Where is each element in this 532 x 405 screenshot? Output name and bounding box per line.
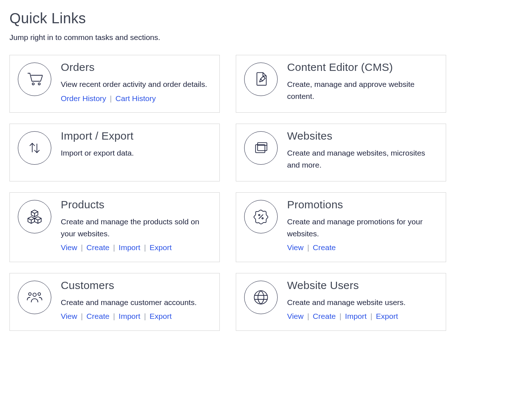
cart-icon: [18, 63, 51, 96]
card-import-export[interactable]: Import / ExportImport or export data.: [9, 124, 220, 181]
link-separator: |: [340, 310, 341, 322]
link-separator: |: [144, 310, 146, 322]
card-description: Create and manage customer accounts.: [61, 297, 211, 309]
card-title: Import / Export: [61, 130, 211, 142]
link-separator: |: [307, 242, 309, 254]
card-description: View recent order activity and order det…: [61, 79, 211, 91]
card-products[interactable]: ProductsCreate and manage the products s…: [9, 192, 220, 262]
card-title: Website Users: [287, 279, 438, 292]
card-link-view[interactable]: View: [287, 312, 303, 320]
import-export-icon: [18, 131, 51, 165]
globe-icon: [244, 281, 278, 314]
link-separator: |: [113, 310, 115, 322]
link-separator: |: [307, 310, 309, 322]
card-customers[interactable]: CustomersCreate and manage customer acco…: [9, 273, 220, 331]
card-links: View|Create: [287, 242, 438, 254]
card-description: Create and manage the products sold on y…: [61, 216, 211, 240]
card-links: View|Create|Import|Export: [61, 242, 211, 254]
card-link-import[interactable]: Import: [119, 312, 140, 320]
card-website-users[interactable]: Website UsersCreate and manage website u…: [236, 273, 446, 331]
link-separator: |: [370, 310, 372, 322]
people-icon: [18, 281, 51, 314]
card-title: Websites: [287, 130, 438, 142]
card-orders[interactable]: OrdersView recent order activity and ord…: [9, 55, 220, 113]
page-subtitle: Jump right in to common tasks and sectio…: [9, 33, 523, 42]
promo-badge-icon: [244, 200, 278, 233]
card-description: Create and manage websites, microsites a…: [287, 147, 438, 171]
boxes-icon: [18, 200, 51, 233]
card-link-create[interactable]: Create: [87, 312, 110, 320]
document-edit-icon: [244, 63, 278, 96]
link-separator: |: [144, 242, 146, 254]
card-title: Products: [61, 199, 211, 211]
card-links: View|Create|Import|Export: [287, 310, 438, 322]
card-link-view[interactable]: View: [287, 243, 303, 252]
card-link-export[interactable]: Export: [376, 312, 398, 320]
windows-icon: [244, 131, 278, 165]
card-link-import[interactable]: Import: [119, 243, 140, 252]
card-link-export[interactable]: Export: [150, 243, 172, 252]
card-link-view[interactable]: View: [61, 312, 77, 320]
card-description: Create, manage and approve website conte…: [287, 79, 438, 102]
card-links: View|Create|Import|Export: [61, 310, 211, 322]
card-links: Order History|Cart History: [61, 93, 211, 105]
page-title: Quick Links: [9, 10, 523, 27]
link-separator: |: [81, 310, 83, 322]
link-separator: |: [113, 242, 115, 254]
card-link-view[interactable]: View: [61, 243, 77, 252]
card-link-export[interactable]: Export: [150, 312, 172, 320]
card-description: Import or export data.: [61, 147, 211, 159]
card-title: Promotions: [287, 199, 438, 211]
card-title: Content Editor (CMS): [287, 61, 438, 73]
card-description: Create and manage promotions for your we…: [287, 216, 438, 240]
quick-links-grid: OrdersView recent order activity and ord…: [9, 55, 446, 331]
card-link-import[interactable]: Import: [345, 312, 367, 320]
card-content-editor-cms[interactable]: Content Editor (CMS)Create, manage and a…: [236, 55, 446, 113]
card-link-create[interactable]: Create: [313, 312, 336, 320]
card-description: Create and manage website users.: [287, 297, 438, 309]
card-link-create[interactable]: Create: [313, 243, 336, 252]
card-link-cart-history[interactable]: Cart History: [115, 94, 156, 103]
link-separator: |: [110, 93, 112, 105]
card-title: Customers: [61, 279, 211, 292]
card-link-order-history[interactable]: Order History: [61, 94, 106, 103]
card-link-create[interactable]: Create: [87, 243, 110, 252]
card-title: Orders: [61, 61, 211, 73]
card-promotions[interactable]: PromotionsCreate and manage promotions f…: [236, 192, 446, 262]
link-separator: |: [81, 242, 83, 254]
card-websites[interactable]: WebsitesCreate and manage websites, micr…: [236, 124, 446, 181]
